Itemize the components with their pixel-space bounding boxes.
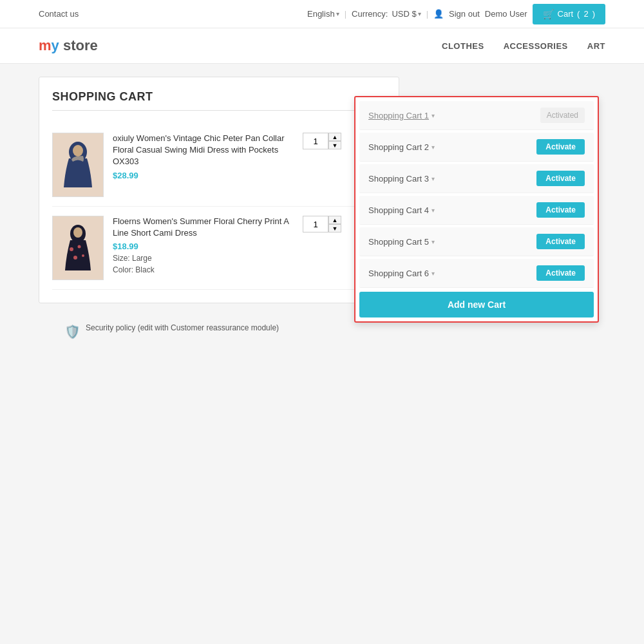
cart-chevron-1: ▾ bbox=[431, 112, 435, 119]
item-details-1: oxiuly Women's Vintage Chic Peter Pan Co… bbox=[113, 133, 294, 180]
cart-name-5: Shopping Cart 5 bbox=[368, 237, 429, 247]
currency-selector[interactable]: Currency: USD $ ▾ bbox=[352, 9, 421, 19]
divider-2: | bbox=[426, 9, 428, 19]
activate-btn-6[interactable]: Activate bbox=[536, 265, 585, 281]
cart-count: 2 bbox=[583, 9, 588, 19]
item-name-1: oxiuly Women's Vintage Chic Peter Pan Co… bbox=[113, 133, 294, 168]
currency-prefix: Currency: bbox=[352, 9, 388, 19]
item-name-2: Floerns Women's Summer Floral Cherry Pri… bbox=[113, 216, 294, 239]
cart-button[interactable]: 🛒 Cart (2) bbox=[533, 4, 605, 24]
cart-row-4: Shopping Cart 4 ▾ Activate bbox=[359, 196, 594, 225]
item-details-2: Floerns Women's Summer Floral Cherry Pri… bbox=[113, 216, 294, 274]
svg-point-6 bbox=[73, 256, 77, 260]
cart-chevron-3: ▾ bbox=[431, 175, 435, 182]
qty-up-1[interactable]: ▲ bbox=[328, 133, 341, 141]
language-dropdown-arrow: ▾ bbox=[336, 10, 339, 17]
cart-chevron-2: ▾ bbox=[431, 144, 435, 151]
qty-input-1[interactable] bbox=[303, 133, 328, 149]
nav-clothes[interactable]: CLOTHES bbox=[442, 41, 484, 51]
item-size-2: Size: Large bbox=[113, 254, 294, 263]
cart-row-6: Shopping Cart 6 ▾ Activate bbox=[359, 259, 594, 288]
user-icon: 👤 bbox=[433, 9, 444, 19]
main-nav: CLOTHES ACCESSORIES ART bbox=[442, 41, 605, 51]
svg-point-4 bbox=[70, 247, 73, 251]
qty-down-1[interactable]: ▼ bbox=[328, 141, 341, 149]
svg-point-7 bbox=[82, 254, 84, 257]
cart-name-1[interactable]: Shopping Cart 1 bbox=[368, 111, 429, 120]
item-price-2: $18.99 bbox=[113, 242, 294, 251]
logo: my store bbox=[39, 37, 98, 54]
qty-input-2[interactable] bbox=[303, 216, 328, 232]
security-text: Security policy (edit with Customer reas… bbox=[86, 323, 279, 334]
cart-row-2: Shopping Cart 2 ▾ Activate bbox=[359, 133, 594, 162]
cart-icon: 🛒 bbox=[543, 9, 554, 19]
header: my store CLOTHES ACCESSORIES ART bbox=[0, 28, 644, 64]
top-bar-right: English ▾ | Currency: USD $ ▾ | 👤 Sign o… bbox=[307, 4, 605, 24]
shopping-cart-title: SHOPPING CART bbox=[52, 90, 386, 111]
nav-accessories[interactable]: ACCESSORIES bbox=[504, 41, 568, 51]
add-new-cart-button[interactable]: Add new Cart bbox=[359, 292, 594, 317]
page-wrapper: Contact us English ▾ | Currency: USD $ ▾… bbox=[0, 0, 644, 644]
cart-item: oxiuly Women's Vintage Chic Peter Pan Co… bbox=[52, 124, 386, 207]
dress-svg-1 bbox=[59, 139, 97, 191]
item-price-1: $28.99 bbox=[113, 171, 294, 180]
cart-row-3: Shopping Cart 3 ▾ Activate bbox=[359, 164, 594, 193]
cart-name-wrapper-1: Shopping Cart 1 ▾ bbox=[368, 111, 435, 120]
shopping-cart-section: SHOPPING CART oxiuly Women's Vintage Chi… bbox=[39, 77, 399, 303]
nav-art[interactable]: ART bbox=[587, 41, 605, 51]
qty-controls-2: ▲ ▼ bbox=[328, 216, 341, 232]
qty-wrapper-2: ▲ ▼ bbox=[303, 216, 341, 232]
cart-dropdown-panel: Shopping Cart 1 ▾ Activated Shopping Car… bbox=[354, 96, 599, 323]
cart-name-4: Shopping Cart 4 bbox=[368, 205, 429, 215]
content-container: SHOPPING CART oxiuly Women's Vintage Chi… bbox=[39, 77, 605, 341]
security-policy: 🛡️ Security policy (edit with Customer r… bbox=[64, 323, 605, 341]
main-content: SHOPPING CART oxiuly Women's Vintage Chi… bbox=[0, 64, 644, 354]
activate-btn-5[interactable]: Activate bbox=[536, 234, 585, 249]
item-image-1 bbox=[52, 133, 104, 197]
cart-chevron-4: ▾ bbox=[431, 207, 435, 214]
item-image-2 bbox=[52, 216, 104, 280]
activated-label-1: Activated bbox=[540, 108, 585, 123]
cart-chevron-5: ▾ bbox=[431, 238, 435, 245]
cart-name-wrapper-5: Shopping Cart 5 ▾ bbox=[368, 237, 435, 247]
qty-wrapper-1: ▲ ▼ bbox=[303, 133, 341, 149]
contact-link[interactable]: Contact us bbox=[39, 9, 79, 19]
cart-chevron-6: ▾ bbox=[431, 270, 435, 277]
cart-name-6: Shopping Cart 6 bbox=[368, 269, 429, 278]
svg-point-1 bbox=[73, 145, 83, 156]
cart-row-5: Shopping Cart 5 ▾ Activate bbox=[359, 227, 594, 256]
qty-down-2[interactable]: ▼ bbox=[328, 224, 341, 232]
cart-name-wrapper-6: Shopping Cart 6 ▾ bbox=[368, 269, 435, 278]
qty-up-2[interactable]: ▲ bbox=[328, 216, 341, 224]
top-bar: Contact us English ▾ | Currency: USD $ ▾… bbox=[0, 0, 644, 28]
signout-link[interactable]: Sign out bbox=[449, 9, 480, 19]
activate-btn-3[interactable]: Activate bbox=[536, 171, 585, 186]
cart-name-wrapper-4: Shopping Cart 4 ▾ bbox=[368, 205, 435, 215]
currency-value: USD $ bbox=[392, 9, 416, 19]
item-color-2: Color: Black bbox=[113, 265, 294, 274]
cart-row-1: Shopping Cart 1 ▾ Activated bbox=[359, 101, 594, 130]
divider-1: | bbox=[345, 9, 346, 19]
user-name: Demo User bbox=[485, 9, 527, 19]
cart-item-2: Floerns Women's Summer Floral Cherry Pri… bbox=[52, 207, 386, 290]
language-label: English bbox=[307, 9, 335, 19]
dress-svg-2 bbox=[59, 222, 97, 274]
language-selector[interactable]: English ▾ bbox=[307, 9, 339, 19]
cart-name-3: Shopping Cart 3 bbox=[368, 174, 429, 184]
shield-icon: 🛡️ bbox=[64, 323, 80, 341]
currency-dropdown-arrow: ▾ bbox=[418, 10, 421, 17]
cart-name-wrapper-3: Shopping Cart 3 ▾ bbox=[368, 174, 435, 184]
svg-point-5 bbox=[78, 245, 81, 249]
activate-btn-4[interactable]: Activate bbox=[536, 202, 585, 218]
svg-point-3 bbox=[73, 227, 82, 238]
cart-name-wrapper-2: Shopping Cart 2 ▾ bbox=[368, 142, 435, 152]
activate-btn-2[interactable]: Activate bbox=[536, 139, 585, 155]
cart-name-2: Shopping Cart 2 bbox=[368, 142, 429, 152]
qty-controls-1: ▲ ▼ bbox=[328, 133, 341, 149]
cart-label: Cart bbox=[558, 9, 574, 19]
dropdown-inner: Shopping Cart 1 ▾ Activated Shopping Car… bbox=[355, 97, 598, 321]
